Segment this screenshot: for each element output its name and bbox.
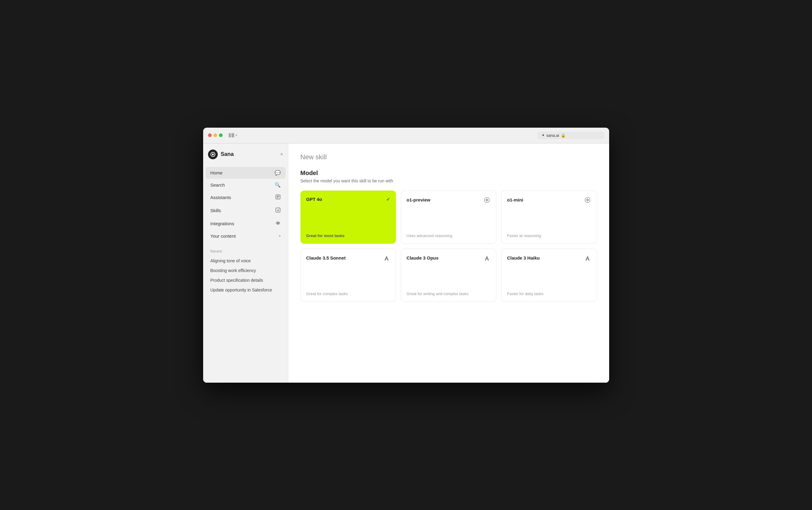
- recent-label: Recent: [208, 249, 283, 253]
- screen-wrapper: ▾ ✦ sana.ai 🔒 Sana ×: [203, 128, 609, 383]
- model-desc-claude-haiku: Faster for daily tasks: [507, 292, 591, 296]
- svg-point-7: [277, 222, 279, 224]
- sidebar-logo: Sana: [208, 150, 234, 159]
- model-card-o1-preview[interactable]: o1-preview Uses advanced reasoning: [401, 190, 496, 244]
- recent-section: Recent Aligning tone of voice Boosting w…: [203, 249, 288, 295]
- recent-item-2[interactable]: Boosting work efficiency: [208, 266, 283, 275]
- model-desc-o1-mini: Faster at reasoning: [507, 233, 591, 238]
- model-name-o1-mini: o1-mini: [507, 197, 523, 203]
- model-name-gpt4o: GPT 4o: [306, 197, 322, 202]
- sana-favicon: ✦: [542, 133, 545, 138]
- sidebar-item-integrations[interactable]: Integrations: [206, 217, 286, 230]
- model-card-claude-haiku[interactable]: Claude 3 Haiku Faster for daily tasks: [501, 249, 597, 302]
- assistants-icon: [275, 194, 281, 201]
- anthropic-icon-sonnet: [383, 254, 390, 262]
- model-card-header-claude-sonnet: Claude 3.5 Sonnet: [306, 254, 390, 262]
- integrations-label: Integrations: [210, 221, 234, 226]
- skills-label: Skills: [210, 208, 221, 213]
- logo-text: Sana: [221, 151, 234, 157]
- address-bar: ✦ sana.ai 🔒: [538, 131, 604, 139]
- sidebar-item-search[interactable]: Search 🔍: [206, 179, 286, 191]
- sidebar-nav: Home 💬 Search 🔍 Assistants: [203, 167, 288, 242]
- browser-layout-button[interactable]: ▾: [229, 133, 237, 138]
- model-name-claude-haiku: Claude 3 Haiku: [507, 255, 540, 261]
- sidebar-item-your-content[interactable]: Your content ▾: [206, 230, 286, 242]
- model-card-o1-mini[interactable]: o1-mini Faster at reasoning: [501, 190, 597, 244]
- model-name-o1-preview: o1-preview: [407, 197, 430, 203]
- traffic-light-red[interactable]: [208, 133, 212, 137]
- search-icon: 🔍: [274, 182, 281, 188]
- recent-item-1[interactable]: Aligning tone of voice: [208, 256, 283, 266]
- section-subtitle: Select the model you want this skill to …: [300, 178, 597, 183]
- svg-rect-6: [276, 208, 280, 212]
- model-card-header-claude-haiku: Claude 3 Haiku: [507, 254, 591, 262]
- model-card-header-gpt4o: GPT 4o ✓: [306, 196, 390, 202]
- logo-dot: [212, 153, 214, 155]
- app-container: Sana × Home 💬 Search 🔍 Assistants: [203, 144, 609, 383]
- sidebar-item-skills[interactable]: Skills: [206, 204, 286, 217]
- model-name-claude-sonnet: Claude 3.5 Sonnet: [306, 255, 346, 261]
- recent-item-3[interactable]: Product specification details: [208, 275, 283, 285]
- section-title: Model: [300, 170, 597, 177]
- model-card-header-o1-mini: o1-mini: [507, 196, 591, 204]
- skills-icon: [275, 207, 281, 214]
- openai-icon-o1-mini: [584, 196, 591, 204]
- chevron-down-icon: ▾: [279, 234, 281, 238]
- home-icon: 💬: [274, 170, 281, 176]
- address-text: sana.ai: [547, 133, 559, 138]
- logo-inner: [210, 152, 215, 157]
- sidebar: Sana × Home 💬 Search 🔍 Assistants: [203, 144, 288, 383]
- models-grid: GPT 4o ✓ Great for most tasks o1-preview: [300, 190, 597, 302]
- home-label: Home: [210, 170, 223, 175]
- anthropic-icon-opus: [483, 254, 491, 262]
- model-card-claude-sonnet[interactable]: Claude 3.5 Sonnet Great for complex task…: [300, 249, 396, 302]
- assistants-label: Assistants: [210, 195, 231, 200]
- close-button[interactable]: ×: [280, 152, 283, 157]
- model-desc-claude-sonnet: Great for complex tasks: [306, 292, 390, 296]
- model-desc-claude-opus: Great for writing and complex tasks: [407, 292, 491, 296]
- lock-icon: 🔒: [561, 133, 566, 138]
- model-desc-o1-preview: Uses advanced reasoning: [407, 233, 491, 238]
- recent-item-4[interactable]: Update opportunity in Salesforce: [208, 285, 283, 295]
- traffic-light-yellow[interactable]: [213, 133, 217, 137]
- svg-rect-1: [231, 133, 234, 138]
- svg-rect-0: [229, 133, 231, 138]
- sidebar-item-assistants[interactable]: Assistants: [206, 191, 286, 204]
- sidebar-item-home[interactable]: Home 💬: [206, 167, 286, 179]
- your-content-label: Your content: [210, 233, 236, 239]
- traffic-lights: [208, 133, 223, 137]
- model-card-header-claude-opus: Claude 3 Opus: [407, 254, 491, 262]
- anthropic-icon-haiku: [584, 254, 591, 262]
- page-title: New skill: [300, 153, 597, 161]
- search-label: Search: [210, 182, 225, 187]
- model-name-claude-opus: Claude 3 Opus: [407, 255, 439, 261]
- logo-icon: [208, 150, 218, 159]
- model-desc-gpt4o: Great for most tasks: [306, 233, 390, 238]
- openai-icon-o1-preview: [483, 196, 491, 204]
- model-card-claude-opus[interactable]: Claude 3 Opus Great for writing and comp…: [401, 249, 496, 302]
- check-icon: ✓: [386, 196, 390, 202]
- main-content: New skill Model Select the model you wan…: [288, 144, 609, 383]
- traffic-light-green[interactable]: [219, 133, 223, 137]
- sidebar-header: Sana ×: [203, 150, 288, 167]
- model-card-gpt4o[interactable]: GPT 4o ✓ Great for most tasks: [300, 190, 396, 244]
- integrations-icon: [275, 220, 281, 227]
- model-card-header-o1-preview: o1-preview: [407, 196, 491, 204]
- browser-chrome: ▾ ✦ sana.ai 🔒: [203, 128, 609, 144]
